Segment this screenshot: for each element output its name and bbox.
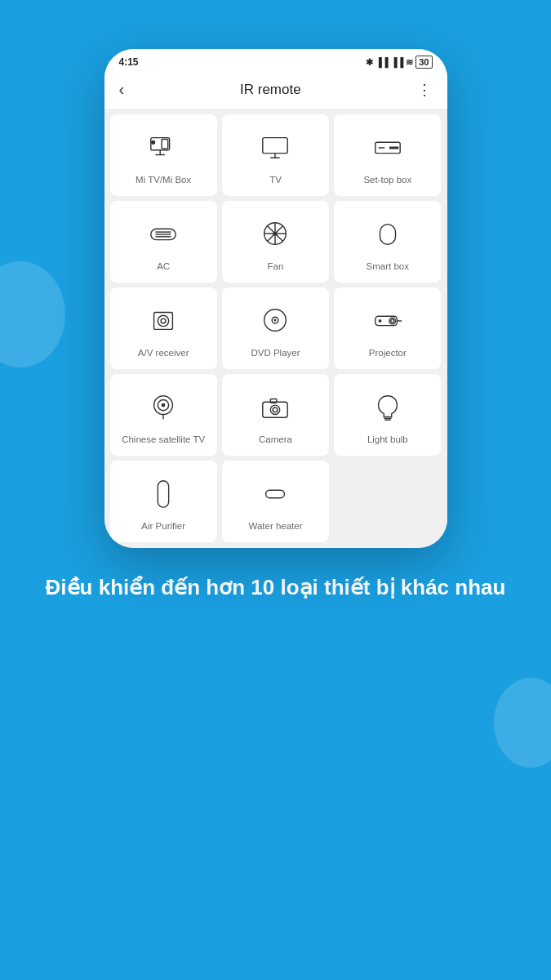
signal-icon-1: ▐▐ (375, 57, 389, 67)
mi-tv-icon (144, 127, 183, 167)
grid-row-2: AC Fan (108, 198, 444, 285)
back-button[interactable]: ‹ (119, 80, 125, 99)
svg-line-24 (268, 235, 274, 242)
ac-icon (144, 214, 183, 253)
svg-point-4 (152, 140, 155, 144)
status-bar: 4:15 ✱ ▐▐ ▐▐ ≋ 30 (104, 49, 447, 72)
svg-rect-25 (380, 225, 395, 245)
dvd-player-label: DVD Player (251, 346, 300, 359)
fan-label: Fan (268, 260, 284, 273)
projector-label: Projector (369, 346, 407, 359)
svg-point-33 (389, 318, 396, 324)
grid-row-4: Chinese satellite TV Camera (108, 372, 444, 458)
device-item-light-bulb[interactable]: Light bulb (334, 374, 441, 456)
time-display: 4:15 (119, 56, 139, 68)
grid-cell-empty (334, 461, 441, 542)
device-item-dvd-player[interactable]: DVD Player (222, 287, 329, 369)
projector-icon (368, 301, 407, 340)
phone-frame: 4:15 ✱ ▐▐ ▐▐ ≋ 30 ‹ IR remote ⋮ (104, 49, 447, 548)
svg-line-21 (268, 225, 274, 232)
grid-row-3: A/V receiver DVD Player (108, 285, 444, 372)
bg-decoration-right (494, 678, 551, 768)
device-item-air-purifier[interactable]: Air Purifier (110, 461, 217, 542)
app-header: ‹ IR remote ⋮ (104, 72, 447, 109)
camera-label: Camera (259, 433, 292, 446)
svg-line-22 (277, 235, 283, 242)
set-top-box-icon (368, 127, 407, 167)
set-top-box-label: Set-top box (363, 173, 411, 186)
svg-rect-5 (263, 138, 287, 154)
svg-point-16 (273, 231, 278, 236)
mi-tv-label: Mi TV/Mi Box (136, 173, 191, 186)
camera-icon (256, 387, 295, 426)
smart-box-icon (368, 214, 407, 253)
smart-box-label: Smart box (367, 260, 409, 273)
device-item-set-top-box[interactable]: Set-top box (334, 114, 441, 196)
device-item-ac[interactable]: AC (110, 201, 217, 283)
device-item-water-heater[interactable]: Water heater (222, 461, 329, 542)
svg-rect-44 (271, 399, 278, 403)
battery-indicator: 30 (415, 56, 432, 69)
device-item-smart-box[interactable]: Smart box (334, 201, 441, 283)
grid-row-5: Air Purifier Water heater (108, 458, 444, 545)
signal-icon-2: ▐▐ (391, 57, 404, 67)
bottom-text-content: Điều khiển đến hơn 10 loại thiết bị khác… (46, 572, 506, 602)
bottom-text-section: Điều khiển đến hơn 10 loại thiết bị khác… (13, 572, 539, 602)
device-grid: Mi TV/Mi Box TV (104, 109, 447, 548)
device-item-projector[interactable]: Projector (334, 287, 441, 369)
svg-point-34 (391, 319, 394, 323)
status-icons: ✱ ▐▐ ▐▐ ≋ 30 (366, 56, 432, 69)
device-item-mi-tv[interactable]: Mi TV/Mi Box (110, 114, 217, 196)
water-heater-icon (256, 474, 295, 513)
water-heater-label: Water heater (248, 519, 302, 532)
device-item-tv[interactable]: TV (222, 114, 329, 196)
svg-point-42 (271, 405, 280, 414)
bluetooth-icon: ✱ (366, 57, 373, 68)
light-bulb-icon (368, 387, 407, 426)
svg-rect-48 (266, 491, 285, 499)
svg-rect-47 (158, 481, 169, 507)
svg-rect-1 (162, 140, 168, 149)
light-bulb-label: Light bulb (367, 433, 408, 446)
grid-row-1: Mi TV/Mi Box TV (108, 112, 444, 198)
tv-icon (256, 127, 295, 167)
av-receiver-label: A/V receiver (138, 346, 189, 359)
svg-point-35 (378, 319, 381, 323)
device-item-av-receiver[interactable]: A/V receiver (110, 287, 217, 369)
svg-point-39 (162, 403, 166, 408)
svg-rect-41 (263, 403, 287, 418)
device-item-chinese-satellite[interactable]: Chinese satellite TV (110, 374, 217, 456)
device-item-camera[interactable]: Camera (222, 374, 329, 456)
bg-decoration-left (0, 261, 65, 368)
chinese-satellite-label: Chinese satellite TV (122, 433, 205, 446)
fan-icon (256, 214, 295, 253)
ac-label: AC (157, 260, 170, 273)
tv-label: TV (269, 173, 282, 186)
device-item-fan[interactable]: Fan (222, 201, 329, 283)
dvd-player-icon (256, 301, 295, 340)
svg-point-31 (274, 319, 277, 322)
more-menu-button[interactable]: ⋮ (417, 81, 433, 99)
svg-line-23 (277, 225, 283, 232)
air-purifier-label: Air Purifier (141, 519, 185, 532)
svg-point-43 (273, 408, 278, 412)
wifi-icon: ≋ (406, 57, 413, 68)
av-receiver-icon (144, 301, 183, 340)
chinese-satellite-icon (144, 387, 183, 426)
svg-point-27 (158, 315, 169, 326)
page-title: IR remote (240, 82, 301, 98)
svg-point-28 (161, 318, 166, 323)
air-purifier-icon (144, 474, 183, 513)
